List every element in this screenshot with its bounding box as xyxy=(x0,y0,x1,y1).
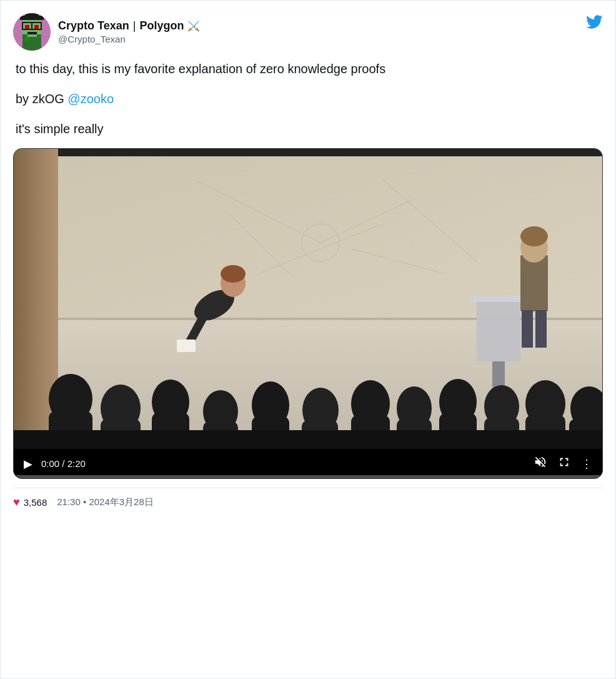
like-count: 3,568 xyxy=(24,497,47,508)
svg-rect-30 xyxy=(520,255,548,311)
separator: | xyxy=(133,19,136,33)
svg-rect-28 xyxy=(470,296,520,302)
svg-rect-27 xyxy=(477,299,520,361)
svg-rect-4 xyxy=(25,25,30,30)
fullscreen-button[interactable] xyxy=(557,455,571,472)
svg-rect-10 xyxy=(25,37,30,42)
tweet-paragraph-3: it's simple really xyxy=(16,119,603,138)
svg-point-32 xyxy=(520,226,548,246)
tweet-date: 2024年3月28日 xyxy=(89,496,153,507)
tweet-paragraph-2: by zkOG @zooko xyxy=(16,89,603,108)
svg-rect-2 xyxy=(25,13,39,18)
affiliation: Polygon xyxy=(139,19,184,33)
tweet-header-left: Crypto Texan | Polygon ⚔️ @Crypto_Texan xyxy=(13,13,200,51)
user-info: Crypto Texan | Polygon ⚔️ @Crypto_Texan xyxy=(58,19,200,44)
svg-rect-11 xyxy=(27,34,37,37)
tweet-time-value: 21:30 xyxy=(57,496,81,507)
svg-rect-34 xyxy=(535,310,547,348)
author-name: Crypto Texan xyxy=(58,19,129,33)
mute-button[interactable] xyxy=(534,455,547,472)
svg-rect-64 xyxy=(14,430,602,449)
tweet-paragraph-1: to this day, this is my favorite explana… xyxy=(16,59,603,78)
tweet-header: Crypto Texan | Polygon ⚔️ @Crypto_Texan xyxy=(13,13,603,51)
tweet-body: to this day, this is my favorite explana… xyxy=(13,59,603,138)
svg-rect-39 xyxy=(177,340,196,352)
tweet-timestamp: 21:30 • 2024年3月28日 xyxy=(57,496,154,508)
svg-rect-26 xyxy=(58,318,602,320)
mention-zooko[interactable]: @zooko xyxy=(67,92,114,106)
user-handle[interactable]: @Crypto_Texan xyxy=(58,34,200,44)
controls-right: ⋮ xyxy=(534,455,592,472)
svg-rect-17 xyxy=(58,149,602,156)
avatar[interactable] xyxy=(13,13,51,51)
svg-rect-33 xyxy=(522,310,533,348)
time-display: 0:00 / 2:20 xyxy=(41,458,86,469)
tweet-time-separator: • xyxy=(83,496,89,507)
heart-icon: ♥ xyxy=(13,496,20,509)
svg-rect-5 xyxy=(34,25,39,30)
svg-rect-8 xyxy=(27,32,37,34)
video-player[interactable]: ▶ 0:00 / 2:20 ⋮ xyxy=(13,148,603,479)
tweet-footer: ♥ 3,568 21:30 • 2024年3月28日 xyxy=(13,488,603,509)
twitter-icon[interactable] xyxy=(585,13,603,35)
like-section[interactable]: ♥ 3,568 xyxy=(13,496,47,509)
tweet-card: Crypto Texan | Polygon ⚔️ @Crypto_Texan … xyxy=(0,0,616,679)
svg-point-37 xyxy=(221,265,246,283)
sword-icon: ⚔️ xyxy=(187,20,200,32)
display-name: Crypto Texan | Polygon ⚔️ xyxy=(58,19,200,33)
progress-bar[interactable] xyxy=(14,475,602,478)
video-controls: ▶ 0:00 / 2:20 ⋮ xyxy=(14,449,602,478)
video-thumbnail xyxy=(14,149,602,449)
play-button[interactable]: ▶ xyxy=(24,457,32,471)
by-zkog-text: by zkOG xyxy=(16,92,67,106)
more-options-button[interactable]: ⋮ xyxy=(581,457,592,471)
